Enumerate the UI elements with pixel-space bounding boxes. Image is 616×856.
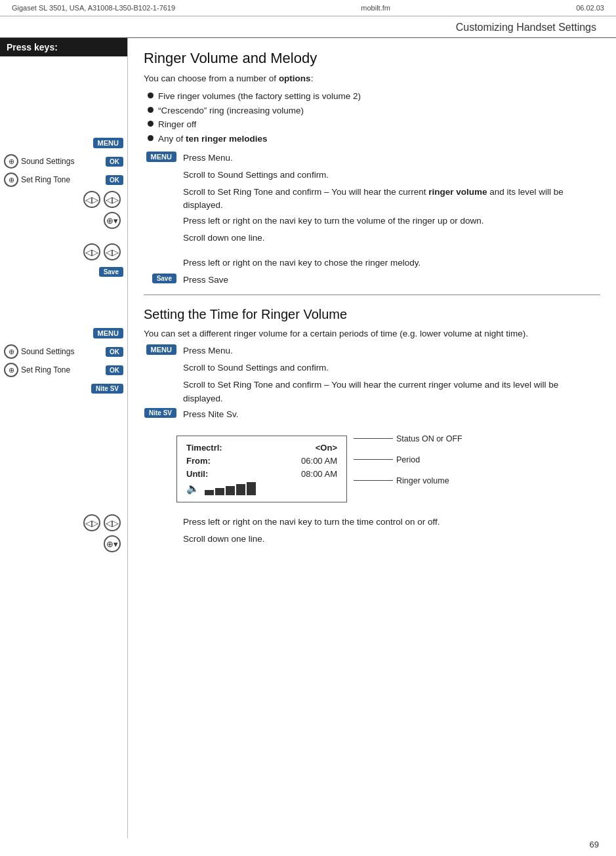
set-ring-tone-row-2: ⊕ Set Ring Tone OK [0, 361, 127, 379]
section-divider [144, 295, 600, 295]
instr-save-1: Save Press Save [144, 274, 600, 288]
display-until-row: Until: 08:00 AM [186, 469, 337, 479]
callout-status: Status ON or OFF [396, 434, 462, 443]
instr-ring-2: Scroll to Set Ring Tone and confirm – Yo… [144, 378, 600, 405]
display-box: Timectrl: <On> From: 06:00 AM Until: 08:… [176, 436, 347, 502]
display-callout-area: Timectrl: <On> From: 06:00 AM Until: 08:… [157, 429, 600, 509]
instr-menu-1: MENU Press Menu. [144, 152, 600, 166]
ok-button-3[interactable]: OK [106, 347, 123, 357]
nav-icon-3: ⊕ [4, 344, 18, 359]
nite-sv-row: Nite SV [0, 379, 127, 397]
nav-left-right-icon-4: ◁▷ [104, 243, 121, 260]
nav-icon-2: ⊕ [4, 173, 18, 187]
instr-nitesv-btn[interactable]: Nite SV [144, 408, 176, 418]
header-right: 06.02.03 [576, 4, 604, 12]
instr-menu-text-1: Press Menu. [183, 152, 600, 165]
instr-menu-btn-2[interactable]: MENU [146, 344, 176, 355]
right-column: Ringer Volume and Melody You can choose … [128, 38, 616, 838]
callout-3: Ringer volume [354, 476, 462, 485]
bullet-dot-1 [148, 92, 154, 98]
sound-settings-row-2: ⊕ Sound Settings OK [0, 342, 127, 361]
vol-seg-3 [226, 486, 235, 495]
nav-lr-row-2: ◁▷ ◁▷ [0, 241, 127, 262]
section1-bullets: Five ringer volumes (the factory setting… [148, 89, 600, 146]
nav-icon-1: ⊕ [4, 154, 18, 169]
nite-sv-button[interactable]: Nite SV [91, 384, 123, 394]
bullet-item-2: “Crescendo” ring (increasing volume) [148, 104, 600, 118]
nav-lr-row-1: ◁▷ ◁▷ [0, 189, 127, 210]
press-keys-header: Press keys: [0, 38, 127, 56]
until-label: Until: [186, 469, 208, 479]
scroll-down-row-1: ⊕▾ [0, 210, 127, 231]
instr-scroll-text-2: Scroll down one line. [183, 533, 600, 546]
instr-nav-lr-2: Press left or right on the navi key to c… [144, 256, 600, 271]
scroll-down-icon-2: ⊕▾ [104, 535, 121, 552]
bullet-dot-4 [148, 135, 154, 141]
set-ring-tone-label-1: Set Ring Tone [21, 175, 100, 184]
instr-sound-2: Scroll to Sound Settings and confirm. [144, 361, 600, 376]
section1-intro: You can choose from a number of options: [144, 72, 600, 85]
sound-settings-row-1: ⊕ Sound Settings OK [0, 152, 127, 171]
set-ring-tone-label-2: Set Ring Tone [21, 365, 100, 375]
menu-button-1[interactable]: MENU [93, 138, 123, 148]
save-button[interactable]: Save [99, 267, 123, 277]
instr-scroll-down-2: Scroll down one line. [144, 533, 600, 547]
instr-menu-2: MENU Press Menu. [144, 344, 600, 359]
menu-row-1: MENU [0, 134, 127, 152]
nav-icon-4: ⊕ [4, 363, 18, 377]
page-header: Gigaset SL 3501, USA, A31008-L350-B102-1… [0, 0, 616, 16]
speaker-icon: 🔈 [186, 482, 199, 495]
page-title: Customizing Handset Settings [0, 16, 616, 38]
nav-left-right-icon-6: ◁▷ [104, 514, 121, 531]
section-spacer [0, 286, 127, 319]
instr-menu-btn-1[interactable]: MENU [146, 152, 176, 162]
nav-left-right-icon-1: ◁▷ [83, 191, 100, 208]
menu-button-2[interactable]: MENU [93, 328, 123, 338]
page-number: 69 [590, 840, 599, 849]
instr-scroll-text-1: Scroll down one line. [183, 232, 600, 245]
instr-sound-text-1: Scroll to Sound Settings and confirm. [183, 169, 600, 182]
ok-button-1[interactable]: OK [106, 157, 123, 167]
section2-heading: Setting the Time for Ringer Volume [144, 307, 600, 322]
main-layout: Press keys: MENU ⊕ Sound Settings OK ⊕ S… [0, 38, 616, 838]
instr-save-btn-1[interactable]: Save [152, 274, 176, 283]
display-timectrl-row: Timectrl: <On> [186, 443, 337, 453]
callout-2: Period [354, 455, 462, 464]
instr-sound-text-2: Scroll to Sound Settings and confirm. [183, 361, 600, 375]
section1-heading: Ringer Volume and Melody [144, 50, 600, 67]
nav-left-right-icon-2: ◁▷ [104, 191, 121, 208]
callout-period: Period [396, 455, 420, 464]
volume-bar [205, 482, 256, 495]
display-from-row: From: 06:00 AM [186, 456, 337, 466]
key-section-2: MENU ⊕ Sound Settings OK ⊕ Set Ring Tone… [0, 319, 127, 560]
instr-sound-1: Scroll to Sound Settings and confirm. [144, 169, 600, 183]
until-value: 08:00 AM [301, 469, 337, 479]
section2-intro: You can set a different ringer volume fo… [144, 327, 600, 340]
from-label: From: [186, 456, 211, 466]
instr-save-text-1: Press Save [183, 274, 600, 287]
instr-scroll-down-1: Scroll down one line. [144, 232, 600, 246]
bullet-dot-2 [148, 107, 154, 113]
instr-nav-lr-3: Press left or right on the navi key to t… [144, 516, 600, 530]
bullet-dot-3 [148, 121, 154, 127]
instr-ring-text-2: Scroll to Set Ring Tone and confirm – Yo… [183, 378, 600, 405]
vol-seg-2 [215, 488, 224, 495]
ok-button-2[interactable]: OK [106, 175, 123, 185]
callout-ringer: Ringer volume [396, 476, 449, 485]
volume-bar-row: 🔈 [186, 482, 337, 495]
scroll-down-row-2: ⊕▾ [0, 533, 127, 554]
set-ring-tone-row-1: ⊕ Set Ring Tone OK [0, 171, 127, 189]
key-section-1: MENU ⊕ Sound Settings OK ⊕ Set Ring Tone… [0, 56, 127, 286]
ok-button-4[interactable]: OK [106, 365, 123, 375]
instr-nav-lr-1: Press left or right on the navi key to t… [144, 214, 600, 229]
nav-left-right-icon-3: ◁▷ [83, 243, 100, 260]
header-center: mobilt.fm [361, 4, 390, 12]
instr-nav-lr-text-1: Press left or right on the navi key to t… [183, 214, 600, 228]
scroll-down-icon-1: ⊕▾ [104, 212, 121, 229]
vol-seg-4 [236, 484, 245, 495]
from-value: 06:00 AM [301, 456, 337, 466]
sound-settings-label-2: Sound Settings [21, 347, 100, 356]
menu-row-2: MENU [0, 324, 127, 342]
save-row: Save [0, 262, 127, 281]
instr-nav-lr-text-3: Press left or right on the navi key to t… [183, 516, 600, 529]
